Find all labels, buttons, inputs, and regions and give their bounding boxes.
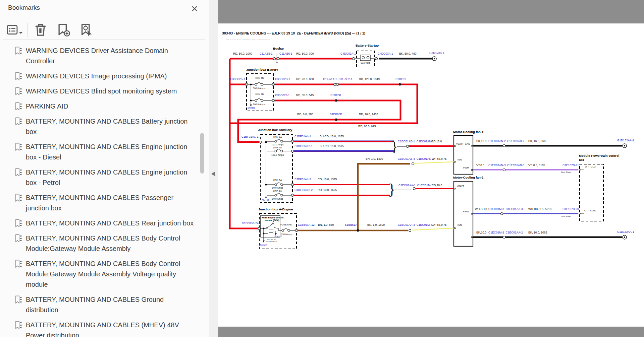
diagram-label: LINK 1B (255, 77, 264, 80)
diagram-label: C1BF01AL2-1 (294, 145, 313, 148)
diagram-label: RD, 50.0, 1000 (233, 52, 252, 55)
bookmark-item[interactable]: WARNING DEVICES Image processing (IPMA) (14, 71, 199, 81)
bookmark-page-icon (14, 72, 22, 81)
bookmark-page-icon (14, 234, 22, 243)
bookmark-page-icon (14, 46, 22, 56)
bookmarks-toolbar (5, 22, 96, 38)
bookmark-item[interactable]: WARNING DEVICES Driver Assistance Domain… (14, 46, 199, 66)
diagram-label: WH-BU,0.5 (475, 208, 489, 211)
bookmark-item[interactable]: BATTERY, MOUNTING AND CABLES Battery jun… (14, 116, 199, 137)
diagram-label: Motor-Cooling fan-1 (453, 130, 483, 134)
diagram-label: C1EC01AA-4 C1EC01M-4 (398, 223, 432, 226)
bookmark-page-icon (14, 87, 22, 96)
diagram-label: Silver Plated (561, 215, 571, 217)
diagram-label: module (ECM) (265, 219, 279, 221)
diagram-label: C1EC01AB-1 C1EC01AN-1 (398, 140, 434, 143)
bookmark-item[interactable]: BATTERY, MOUNTING AND CABLES Rear juncti… (14, 218, 199, 228)
diagram-label: LINK 8B (255, 93, 264, 96)
diagram-label: Junction box-Auxiliary (258, 128, 292, 132)
diagram-overlay: 303-03 - ENGINE COOLING --- EJLR 03 19 1… (218, 0, 644, 337)
diagram-label: C1EC01M-3 C1EC01AA-3 (488, 208, 523, 211)
close-icon (191, 5, 198, 12)
diagram-label: O_T_CLG (585, 165, 596, 168)
bookmark-item[interactable]: WARNING DEVICES Blind spot monitoring sy… (14, 86, 199, 96)
diagram-label: 100.0 Amps (271, 154, 284, 156)
bookmark-item-label: BATTERY, MOUNTING AND CABLES Passenger j… (26, 193, 195, 213)
diagram-label: RD, 50.0, 300 (296, 52, 314, 55)
diagram-label: RD, 70.0, 830 (296, 78, 314, 81)
diagram-label: WH-BU, 0.5, 5210 (528, 208, 551, 211)
diagram-label: C1EC01AB-4 C1EC01AN-4 (398, 157, 434, 160)
close-panel-button[interactable] (190, 5, 199, 13)
diagram-label: BN, 1.0, 1600 (367, 223, 385, 226)
bookmark-page-icon (14, 321, 22, 330)
diagram-label: C11AE6-1 (279, 52, 292, 55)
diagram-label: C1EC01AN-3 C1EC01AB-3 (488, 164, 524, 167)
bookmark-item[interactable]: PARKING AID (14, 101, 199, 112)
diagram-label: LINK 5A (273, 190, 282, 192)
bookmark-options-button[interactable] (5, 23, 24, 37)
diagram-label: C1BF01AC-1 (241, 135, 259, 138)
diagram-label: G1D132AA-1 (617, 139, 634, 142)
bookmark-item-label: BATTERY, MOUNTING AND CABLES Body Contro… (26, 233, 195, 254)
diagram-label: 80.0 Amps (272, 198, 283, 200)
diagram-label: Sheet1 (248, 107, 255, 109)
bookmark-item-label: BATTERY, MOUNTING AND CABLES Ground dist… (26, 294, 195, 315)
diagram-label: Battery-Startup (356, 44, 379, 47)
add-bookmark-button[interactable] (55, 22, 72, 38)
diagram-label: RD, 35.0, 545 (296, 94, 314, 97)
diagram-label: PWM (463, 166, 469, 169)
diagram-label: C3BB02B-1 (275, 78, 290, 81)
collapse-panel-arrow[interactable] (211, 172, 215, 176)
diagram-label: VBATT (456, 143, 464, 145)
bookmark-options-icon (6, 23, 19, 36)
diagram-label: IGN (458, 224, 462, 226)
sidebar-scrollbar-thumb[interactable] (200, 133, 204, 174)
diagram-label: LINK 4A (273, 146, 282, 149)
diagram-label: VT, 0.5, 5105 (528, 164, 545, 167)
bookmark-item[interactable]: BATTERY, MOUNTING AND CABLES Ground dist… (14, 294, 199, 315)
diagram-label: C1BF01AL-2 (294, 178, 311, 181)
bookmark-item[interactable]: BATTERY, MOUNTING AND CABLES Body Contro… (14, 233, 199, 254)
pdf-viewer: Bookmarks (0, 0, 644, 337)
bookmark-list: WARNING DEVICES Driver Assistance Domain… (0, 40, 199, 337)
bookmark-page-icon (14, 193, 22, 203)
diagram-label: BK,16.0 (476, 140, 486, 143)
diagram-label: IGN (458, 158, 462, 161)
panel-title: Bookmarks (8, 4, 40, 11)
header-divider (6, 19, 206, 19)
diagram-label: BN, 1.0, 860 (318, 223, 334, 226)
panel-divider (209, 0, 218, 337)
diagram-label: Sheet1 (262, 199, 269, 202)
diagram-label: RD, 120.0, 1049 (359, 78, 380, 81)
bookmark-item[interactable]: BATTERY, MOUNTING AND CABLES Engine junc… (14, 142, 199, 162)
delete-bookmark-button[interactable] (33, 22, 49, 38)
bookmark-item-label: BATTERY, MOUNTING AND CABLES Engine junc… (26, 142, 195, 162)
diagram-label: C3BB02J-1 (275, 94, 289, 97)
diagram-label: Sheet? (260, 244, 267, 247)
goto-bookmark-button[interactable] (78, 22, 96, 38)
diagram-label: G3D178A-1 (429, 52, 444, 55)
diagram-label: C11-AE1-1 C11-AE2-1 (323, 78, 353, 81)
diagram-label: RD, 80.0, 625 (358, 125, 376, 128)
diagram-label: S1DF08 (330, 94, 341, 97)
bookmark-item[interactable]: BATTERY, MOUNTING AND CABLES Body Contro… (14, 259, 199, 290)
diagram-label: RD, 16.0, 1455 (359, 113, 378, 116)
diagram-label: RD,16.0 (431, 140, 442, 143)
diagram-label: C4DC03A-1 (378, 52, 393, 55)
diagram-label: BK, 10.0, 1065 (528, 231, 547, 234)
diagram-label: C4DC02A-1 (340, 52, 356, 55)
diagram-label: DI4 (579, 158, 584, 161)
bookmark-goto-icon (79, 23, 94, 37)
bookmark-item[interactable]: BATTERY, MOUNTING AND CABLES Passenger j… (14, 193, 199, 213)
diagram-label: Relay-Engine control- (262, 216, 284, 219)
bookmarks-panel-header: Bookmarks (0, 0, 209, 19)
diagram-label: ISO-POWER (266, 241, 277, 243)
toolbar-separator (28, 23, 28, 37)
diagram-label: 500.0 Amps (253, 87, 265, 90)
bookmark-item[interactable]: BATTERY, MOUNTING AND CABLES (MHEV) 48V … (14, 320, 199, 337)
bookmark-item[interactable]: BATTERY, MOUNTING AND CABLES Engine junc… (14, 167, 199, 188)
bookmarks-panel: Bookmarks (0, 0, 209, 337)
diagram-label: S1DF08B (330, 113, 342, 116)
diagram-label: C1BB03A-24 (242, 222, 259, 225)
